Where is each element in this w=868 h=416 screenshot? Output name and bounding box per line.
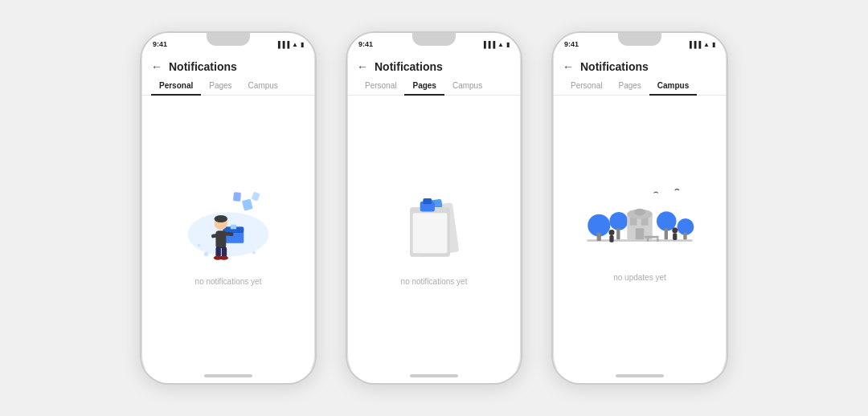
svg-rect-46 xyxy=(673,233,677,240)
wifi-icon: ▲ xyxy=(292,41,298,48)
status-bar-3: 9:41 ▐▐▐ ▲ ▮ xyxy=(553,33,727,55)
svg-point-45 xyxy=(672,227,678,233)
empty-text-3: no updates yet xyxy=(613,273,666,282)
content-3: no updates yet xyxy=(553,96,727,369)
phones-container: 9:41 ▐▐▐ ▲ ▮ ← Notifications Personal Pa… xyxy=(140,31,728,385)
time-3: 9:41 xyxy=(564,40,579,48)
header-1: ← Notifications xyxy=(141,55,315,76)
time-2: 9:41 xyxy=(358,40,373,48)
svg-rect-42 xyxy=(657,238,659,241)
illustration-campus xyxy=(583,183,696,263)
home-bar-1 xyxy=(204,374,252,377)
svg-rect-2 xyxy=(233,192,241,202)
svg-rect-22 xyxy=(413,213,448,253)
wifi-icon-3: ▲ xyxy=(703,41,710,48)
svg-rect-25 xyxy=(587,239,692,242)
tab-campus-2[interactable]: Campus xyxy=(444,76,490,96)
home-bar-3 xyxy=(616,374,664,377)
home-bar-area-1 xyxy=(141,369,315,383)
svg-point-18 xyxy=(198,243,201,247)
phone-body-2: ← Notifications Personal Pages Campus xyxy=(347,55,521,369)
svg-rect-33 xyxy=(636,228,645,239)
svg-rect-37 xyxy=(665,228,668,239)
tab-personal-1[interactable]: Personal xyxy=(151,76,201,96)
title-1: Notifications xyxy=(169,60,237,73)
content-2: no notifications yet xyxy=(347,96,521,369)
back-button-1[interactable]: ← xyxy=(151,60,162,73)
title-2: Notifications xyxy=(375,60,443,73)
content-1: no notifications yet xyxy=(141,96,315,369)
phone-3: 9:41 ▐▐▐ ▲ ▮ ← Notifications Personal Pa… xyxy=(551,31,728,385)
header-2: ← Notifications xyxy=(347,55,521,76)
svg-rect-24 xyxy=(423,198,432,204)
status-icons-3: ▐▐▐ ▲ ▮ xyxy=(687,41,715,48)
tab-campus-3[interactable]: Campus xyxy=(649,76,697,96)
tab-campus-1[interactable]: Campus xyxy=(240,76,286,96)
tab-pages-3[interactable]: Pages xyxy=(610,76,649,96)
tab-personal-2[interactable]: Personal xyxy=(357,76,404,96)
battery-icon-3: ▮ xyxy=(712,41,715,48)
signal-icon-2: ▐▐▐ xyxy=(481,41,495,48)
svg-point-9 xyxy=(215,214,228,222)
signal-icon: ▐▐▐ xyxy=(276,41,289,48)
empty-text-2: no notifications yet xyxy=(401,277,468,286)
tab-personal-3[interactable]: Personal xyxy=(563,76,610,96)
back-button-3[interactable]: ← xyxy=(563,60,574,73)
battery-icon: ▮ xyxy=(301,41,304,48)
svg-rect-12 xyxy=(215,247,220,257)
status-bar-1: 9:41 ▐▐▐ ▲ ▮ xyxy=(141,33,315,55)
svg-point-17 xyxy=(252,251,256,254)
phone-2: 9:41 ▐▐▐ ▲ ▮ ← Notifications Personal Pa… xyxy=(346,31,522,385)
tab-pages-1[interactable]: Pages xyxy=(201,76,240,96)
svg-rect-3 xyxy=(252,191,260,201)
svg-rect-40 xyxy=(645,235,659,238)
illustration-personal xyxy=(180,179,276,267)
svg-point-35 xyxy=(634,208,645,215)
svg-rect-44 xyxy=(609,235,613,242)
notch-3 xyxy=(618,33,661,46)
illustration-pages xyxy=(394,179,474,267)
notch-2 xyxy=(412,33,456,46)
svg-point-16 xyxy=(204,251,209,256)
svg-point-28 xyxy=(609,212,628,230)
battery-icon-2: ▮ xyxy=(506,41,510,48)
svg-point-15 xyxy=(219,255,228,260)
time-1: 9:41 xyxy=(153,40,167,48)
tab-bar-3: Personal Pages Campus xyxy=(553,76,727,96)
phone-body-1: ← Notifications Personal Pages Campus xyxy=(141,55,315,369)
tab-bar-1: Personal Pages Campus xyxy=(141,76,315,96)
home-bar-area-3 xyxy=(553,369,727,383)
status-icons-2: ▐▐▐ ▲ ▮ xyxy=(481,41,510,48)
svg-point-43 xyxy=(609,229,615,235)
svg-rect-13 xyxy=(222,247,227,257)
tab-bar-2: Personal Pages Campus xyxy=(347,76,521,96)
status-icons-1: ▐▐▐ ▲ ▮ xyxy=(276,41,304,48)
home-bar-area-2 xyxy=(347,369,521,383)
svg-rect-1 xyxy=(242,198,253,210)
svg-rect-6 xyxy=(231,224,236,229)
svg-rect-27 xyxy=(597,232,601,241)
back-button-2[interactable]: ← xyxy=(357,60,368,73)
signal-icon-3: ▐▐▐ xyxy=(687,41,701,48)
svg-rect-41 xyxy=(647,238,649,241)
empty-text-1: no notifications yet xyxy=(195,277,262,286)
home-bar-2 xyxy=(410,374,458,377)
wifi-icon-2: ▲ xyxy=(497,41,504,48)
svg-rect-39 xyxy=(683,232,686,239)
svg-rect-29 xyxy=(616,228,620,239)
phone-1: 9:41 ▐▐▐ ▲ ▮ ← Notifications Personal Pa… xyxy=(140,31,317,385)
tab-pages-2[interactable]: Pages xyxy=(404,76,444,96)
title-3: Notifications xyxy=(580,60,649,73)
status-bar-2: 9:41 ▐▐▐ ▲ ▮ xyxy=(347,33,521,55)
notch-1 xyxy=(207,33,250,46)
header-3: ← Notifications xyxy=(553,55,727,76)
phone-body-3: ← Notifications Personal Pages Campus xyxy=(553,55,727,369)
